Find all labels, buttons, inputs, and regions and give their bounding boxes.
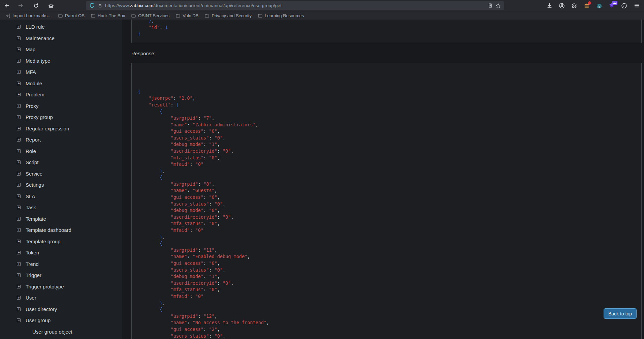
back-button[interactable]	[2, 1, 11, 10]
code-line: "name": "Zabbix administrators",	[138, 122, 635, 128]
cookie-extension-button[interactable]	[621, 2, 627, 9]
forward-icon	[18, 3, 24, 8]
bookmark-osint-services[interactable]: OSINT Services	[128, 12, 172, 19]
sidebar-item-trigger[interactable]: +Trigger	[0, 270, 122, 281]
copy-code-button[interactable]	[630, 67, 636, 74]
expand-icon[interactable]: +	[17, 273, 21, 277]
expand-icon[interactable]: +	[17, 217, 21, 221]
code-line: }	[138, 31, 635, 37]
menu-button[interactable]	[633, 2, 640, 9]
import-icon	[5, 13, 10, 18]
extensions-button[interactable]	[571, 2, 578, 9]
account-button[interactable]	[558, 2, 565, 9]
back-to-top-button[interactable]: Back to top	[604, 308, 637, 319]
sidebar-item-regular-expression[interactable]: +Regular expression	[0, 123, 122, 134]
sidebar-item-report[interactable]: +Report	[0, 134, 122, 146]
sidebar-item-mfa[interactable]: +MFA	[0, 66, 122, 78]
sidebar-item-template-group[interactable]: +Template group	[0, 236, 122, 247]
expand-icon[interactable]: +	[17, 228, 21, 232]
tracking-protection-shield-icon[interactable]	[89, 3, 95, 8]
expand-icon[interactable]: +	[17, 48, 21, 51]
expand-icon[interactable]: +	[17, 149, 21, 153]
expand-icon[interactable]: +	[17, 25, 21, 29]
sidebar-item-settings[interactable]: +Settings	[0, 179, 122, 191]
sidebar-item-label: Media type	[26, 58, 50, 64]
analyzer-extension-button[interactable]: 12	[608, 2, 615, 9]
expand-icon[interactable]: +	[17, 82, 21, 85]
bookmark-import-bookmarks[interactable]: Import bookmarks…	[3, 12, 55, 19]
expand-icon[interactable]: +	[17, 172, 21, 176]
sidebar-item-user-group-object[interactable]: User group object	[0, 326, 122, 338]
sidebar-item-task[interactable]: +Task	[0, 202, 122, 213]
bookmark-vuln-db[interactable]: Vuln DB	[173, 12, 201, 19]
sidebar-item-proxy[interactable]: +Proxy	[0, 100, 122, 112]
sidebar-item-user-group[interactable]: −User group	[0, 315, 122, 326]
home-button[interactable]	[46, 1, 56, 10]
code-line: "mfaid": "0"	[138, 293, 635, 300]
sidebar-item-sla[interactable]: +SLA	[0, 191, 122, 202]
collapse-icon[interactable]: −	[17, 318, 21, 322]
sidebar-item-lld-rule[interactable]: +LLD rule	[0, 21, 122, 33]
cookie-icon	[621, 3, 627, 9]
address-text[interactable]: https://www.zabbix.com/documentation/cur…	[105, 3, 485, 8]
code-line: "gui_access": "0",	[138, 128, 635, 135]
expand-icon[interactable]: +	[17, 36, 21, 40]
sidebar-item-role[interactable]: +Role	[0, 146, 122, 157]
privacy-extension-button[interactable]	[596, 2, 603, 9]
expand-icon[interactable]: +	[17, 160, 21, 164]
sidebar-item-maintenance[interactable]: +Maintenance	[0, 33, 122, 44]
expand-icon[interactable]: +	[17, 183, 21, 187]
expand-icon[interactable]: +	[17, 240, 21, 243]
sidebar-item-template[interactable]: +Template	[0, 213, 122, 225]
expand-icon[interactable]: +	[17, 194, 21, 198]
expand-icon[interactable]: +	[17, 206, 21, 209]
expand-icon[interactable]: +	[17, 59, 21, 63]
sidebar-item-label: Template group	[26, 239, 60, 244]
sidebar-item-module[interactable]: +Module	[0, 78, 122, 89]
sidebar-item-proxy-group[interactable]: +Proxy group	[0, 112, 122, 123]
expand-icon[interactable]: +	[17, 251, 21, 254]
bookmark-learning-resources[interactable]: Learning Resources	[255, 12, 307, 19]
sidebar-item-trigger-prototype[interactable]: +Trigger prototype	[0, 281, 122, 292]
bookmark-hack-the-box[interactable]: Hack The Box	[88, 12, 128, 19]
expand-icon[interactable]: +	[17, 127, 21, 130]
sidebar-item-user-directory[interactable]: +User directory	[0, 304, 122, 315]
bookmark-parrot-os[interactable]: Parrot OS	[55, 12, 87, 19]
sidebar-item-map[interactable]: +Map	[0, 44, 122, 55]
sidebar-item-problem[interactable]: +Problem	[0, 89, 122, 100]
sidebar-item-label: Trigger prototype	[26, 284, 64, 289]
page-viewport: +LLD rule+Maintenance+Map+Media type+MFA…	[0, 19, 644, 339]
expand-icon[interactable]: +	[17, 115, 21, 119]
sidebar-item-template-dashboard[interactable]: +Template dashboard	[0, 224, 122, 236]
main-content: }, "id": 1} Response: { "jsonrpc": "2.0"…	[122, 19, 644, 339]
sidebar-item-script[interactable]: +Script	[0, 157, 122, 168]
sidebar-item-label: Template dashboard	[26, 227, 71, 233]
code-line: {	[138, 108, 635, 115]
expand-icon[interactable]: +	[17, 93, 21, 96]
downloads-button[interactable]	[546, 2, 553, 9]
sidebar-item-label: Service	[26, 171, 42, 177]
adblocker-extension-button[interactable]	[583, 2, 590, 9]
expand-icon[interactable]: +	[17, 138, 21, 142]
expand-icon[interactable]: +	[17, 262, 21, 266]
sidebar-item-token[interactable]: +Token	[0, 247, 122, 258]
sidebar-item-user[interactable]: +User	[0, 292, 122, 304]
sidebar-item-service[interactable]: +Service	[0, 168, 122, 180]
reload-button[interactable]	[31, 1, 41, 10]
expand-icon[interactable]: +	[17, 296, 21, 300]
expand-icon[interactable]: +	[17, 285, 21, 288]
url-bar[interactable]: https://www.zabbix.com/documentation/cur…	[86, 1, 504, 10]
sidebar-item-trend[interactable]: +Trend	[0, 258, 122, 270]
code-line: "mfa_status": "0",	[138, 286, 635, 293]
account-icon	[559, 3, 565, 9]
bookmark-label: Vuln DB	[183, 13, 198, 18]
bookmark-privacy-and-security[interactable]: Privacy and Security	[202, 12, 254, 19]
expand-icon[interactable]: +	[17, 104, 21, 108]
expand-icon[interactable]: +	[17, 307, 21, 311]
bookmark-star-icon[interactable]	[495, 3, 501, 8]
forward-button[interactable]	[16, 1, 25, 10]
expand-icon[interactable]: +	[17, 70, 21, 74]
code-line: "users_status": "0",	[138, 267, 635, 274]
sidebar-item-media-type[interactable]: +Media type	[0, 55, 122, 67]
reader-view-icon[interactable]	[488, 3, 493, 8]
